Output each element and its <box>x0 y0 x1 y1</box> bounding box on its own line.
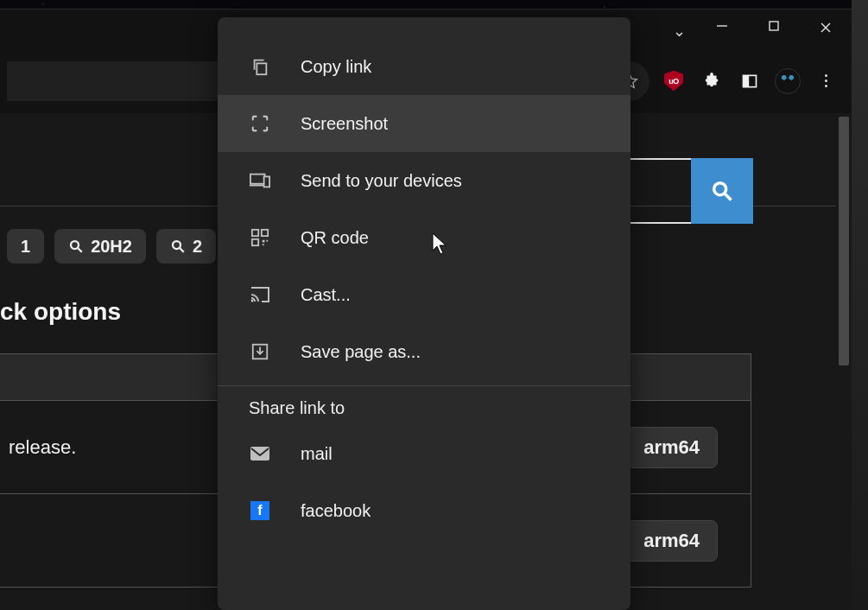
svg-line-7 <box>725 194 732 200</box>
download-icon <box>249 340 271 363</box>
copy-icon <box>249 55 271 78</box>
ublock-extension-icon[interactable]: uO <box>655 64 693 98</box>
svg-rect-1 <box>770 22 778 30</box>
side-panel-button[interactable] <box>731 64 769 98</box>
search-icon <box>710 179 734 203</box>
menu-item-label: facebook <box>301 501 371 521</box>
shield-icon: uO <box>664 71 683 92</box>
page-search-button[interactable] <box>691 158 753 224</box>
browser-menu-button[interactable] <box>807 64 845 98</box>
chip-label: 2 <box>193 237 202 257</box>
menu-item-label: mail <box>301 444 333 464</box>
extensions-button[interactable] <box>693 64 731 98</box>
menu-item-label: Send to your devices <box>301 171 462 191</box>
menu-item-label: Save page as... <box>301 342 421 362</box>
svg-rect-20 <box>266 240 268 242</box>
avatar-icon <box>775 68 801 94</box>
svg-point-10 <box>173 241 181 249</box>
menu-item-send-to-devices[interactable]: Send to your devices <box>218 152 630 209</box>
svg-rect-19 <box>263 240 265 243</box>
svg-line-9 <box>78 248 82 252</box>
arch-tag[interactable]: arm64 <box>625 427 718 468</box>
share-section-label: Share link to <box>218 385 630 425</box>
search-icon <box>68 238 84 254</box>
puzzle-icon <box>702 72 721 91</box>
tab-search-chevron[interactable]: ⌄ <box>662 15 696 41</box>
kebab-icon <box>825 74 827 87</box>
menu-item-save-page-as[interactable]: Save page as... <box>218 323 630 380</box>
mail-icon <box>249 442 271 465</box>
menu-item-label: Cast... <box>301 285 351 305</box>
menu-item-qr-code[interactable]: QR code <box>218 209 630 266</box>
scrollbar-thumb[interactable] <box>839 117 849 365</box>
facebook-icon: f <box>249 499 271 522</box>
menu-item-label: Copy link <box>301 57 371 77</box>
search-icon <box>170 238 186 254</box>
filter-chip[interactable]: 2 <box>156 229 216 264</box>
share-menu: Copy link Screenshot Send to your device… <box>218 17 630 610</box>
devices-icon <box>249 169 271 192</box>
svg-rect-15 <box>264 176 269 187</box>
window-maximize-button[interactable] <box>748 15 800 35</box>
filter-chip[interactable]: 1 <box>7 229 44 264</box>
svg-rect-12 <box>257 63 266 74</box>
window-minimize-button[interactable] <box>696 15 748 35</box>
share-target-mail[interactable]: mail <box>218 425 630 482</box>
chip-label: 1 <box>21 237 30 257</box>
filter-chip[interactable]: 20H2 <box>54 229 146 264</box>
screenshot-icon <box>249 112 271 135</box>
chip-label: 20H2 <box>91 237 132 257</box>
window-close-button[interactable] <box>800 15 852 38</box>
profile-avatar[interactable] <box>769 64 807 98</box>
svg-point-6 <box>714 183 726 195</box>
vertical-scrollbar[interactable] <box>836 113 852 610</box>
svg-rect-21 <box>263 244 264 245</box>
row-description: release. <box>9 436 76 459</box>
svg-rect-16 <box>252 230 258 236</box>
menu-item-screenshot[interactable]: Screenshot <box>218 95 630 152</box>
menu-item-cast[interactable]: Cast... <box>218 266 630 323</box>
svg-point-8 <box>71 241 79 249</box>
arch-tag[interactable]: arm64 <box>625 520 718 562</box>
menu-item-copy-link[interactable]: Copy link <box>218 38 630 95</box>
svg-point-22 <box>251 300 254 302</box>
svg-rect-13 <box>250 175 265 184</box>
svg-rect-24 <box>250 447 269 461</box>
svg-line-11 <box>180 248 184 252</box>
side-panel-icon <box>741 73 758 90</box>
qr-icon <box>249 226 271 249</box>
svg-rect-18 <box>252 239 258 245</box>
menu-item-label: Screenshot <box>301 114 388 134</box>
cast-icon <box>249 283 271 306</box>
svg-rect-17 <box>262 230 268 236</box>
menu-item-label: QR code <box>301 228 369 248</box>
svg-rect-5 <box>744 75 750 86</box>
share-target-facebook[interactable]: f facebook <box>218 482 630 539</box>
